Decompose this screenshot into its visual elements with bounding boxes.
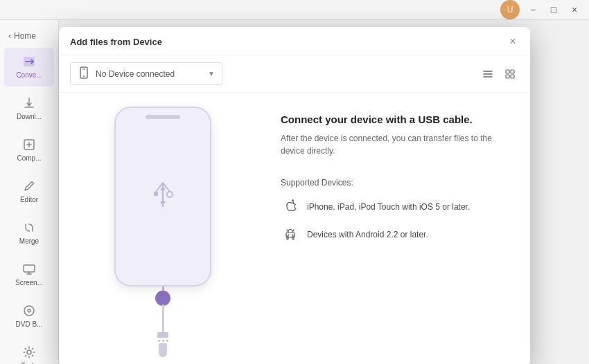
info-area: Connect your device with a USB cable. Af…	[267, 93, 530, 364]
convert-label: Conve...	[16, 71, 42, 80]
supported-devices-label: Supported Devices:	[281, 178, 516, 188]
ios-device-entry: iPhone, iPad, iPod Touch with iOS 5 or l…	[281, 197, 516, 217]
connect-description: After the device is connected, you can t…	[281, 132, 516, 157]
svg-rect-15	[154, 192, 158, 196]
usb-cable	[155, 286, 170, 357]
android-device-label: Devices with Android 2.2 or later.	[307, 230, 428, 239]
convert-icon	[22, 55, 36, 69]
svg-rect-10	[506, 75, 509, 78]
sidebar-item-download[interactable]: Downl...	[4, 89, 54, 128]
tools-icon	[22, 345, 36, 359]
svg-rect-17	[286, 233, 294, 237]
view-controls	[479, 65, 519, 83]
svg-point-16	[167, 192, 173, 197]
add-files-dialog: Add files from Device × No Device connec…	[59, 27, 530, 364]
user-icon: U	[500, 0, 520, 19]
sidebar-item-tools[interactable]: Tools	[4, 338, 54, 364]
device-placeholder: No Device connected	[96, 69, 175, 79]
connect-title: Connect your device with a USB cable.	[281, 113, 516, 125]
phone-mockup	[114, 107, 211, 286]
sidebar-item-dvd[interactable]: DVD B...	[4, 297, 54, 336]
screen-icon	[22, 262, 36, 276]
sidebar-item-compress[interactable]: Comp...	[4, 131, 54, 170]
compress-icon	[22, 138, 36, 152]
svg-point-19	[292, 234, 293, 235]
dialog-toolbar: No Device connected ▼	[59, 55, 530, 93]
dialog-body: Connect your device with a USB cable. Af…	[59, 93, 530, 364]
dropdown-chevron-icon: ▼	[208, 70, 215, 78]
dvd-icon	[22, 304, 36, 318]
svg-point-4	[28, 309, 30, 312]
phone-illustration-area	[59, 93, 267, 364]
main-area: ‹ Home Conve...	[0, 20, 589, 364]
window-controls: U − □ ×	[500, 0, 582, 19]
svg-rect-2	[24, 265, 35, 272]
device-list: iPhone, iPad, iPod Touch with iOS 5 or l…	[281, 197, 516, 244]
minimize-button[interactable]: −	[525, 2, 540, 17]
list-view-button[interactable]	[479, 65, 497, 83]
editor-icon	[22, 179, 36, 193]
device-selector[interactable]: No Device connected ▼	[70, 62, 222, 85]
svg-rect-9	[511, 70, 514, 73]
download-icon	[22, 96, 36, 110]
dialog-header: Add files from Device ×	[59, 27, 530, 55]
editor-label: Editor	[20, 196, 38, 204]
sidebar-item-merge[interactable]: Merge	[4, 214, 54, 253]
dialog-title: Add files from Device	[70, 37, 162, 47]
maximize-button[interactable]: □	[546, 2, 561, 17]
close-app-button[interactable]: ×	[567, 2, 582, 17]
svg-rect-11	[511, 75, 514, 78]
dialog-close-button[interactable]: ×	[507, 35, 519, 48]
screen-label: Screen...	[15, 279, 43, 287]
svg-point-3	[24, 306, 34, 316]
merge-label: Merge	[19, 237, 39, 246]
home-label: Home	[14, 31, 36, 41]
grid-view-button[interactable]	[501, 65, 519, 83]
svg-point-18	[288, 234, 290, 235]
phone-notch	[146, 115, 180, 119]
sidebar: ‹ Home Conve...	[0, 20, 59, 364]
download-label: Downl...	[17, 113, 42, 121]
dvd-label: DVD B...	[16, 320, 43, 329]
sidebar-item-convert[interactable]: Conve...	[4, 48, 54, 87]
ios-device-label: iPhone, iPad, iPod Touch with iOS 5 or l…	[307, 202, 470, 212]
merge-icon	[22, 221, 36, 235]
svg-line-14	[163, 183, 170, 192]
android-device-entry: Devices with Android 2.2 or later.	[281, 225, 516, 244]
svg-line-13	[156, 183, 163, 192]
top-bar: U − □ ×	[0, 0, 589, 20]
sidebar-item-editor[interactable]: Editor	[4, 172, 54, 211]
device-selector-icon	[78, 66, 90, 81]
app-container: U − □ × ‹ Home Conve...	[0, 0, 589, 364]
sidebar-item-screen[interactable]: Screen...	[4, 255, 54, 294]
svg-point-5	[27, 350, 31, 354]
compress-label: Comp...	[17, 154, 41, 163]
usb-symbol	[150, 179, 175, 214]
apple-icon	[281, 197, 300, 217]
svg-point-7	[83, 75, 85, 77]
svg-rect-8	[506, 70, 509, 73]
android-icon	[281, 225, 300, 244]
back-home-button[interactable]: ‹ Home	[0, 26, 58, 46]
